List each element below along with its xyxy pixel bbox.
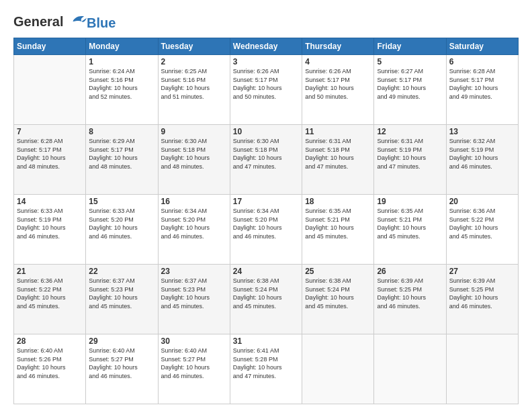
day-info: Sunrise: 6:34 AMSunset: 5:20 PMDaylight:…	[161, 207, 227, 240]
day-number: 17	[233, 197, 299, 206]
calendar-cell: 5Sunrise: 6:27 AMSunset: 5:17 PMDaylight…	[374, 55, 446, 125]
day-info: Sunrise: 6:25 AMSunset: 5:16 PMDaylight:…	[161, 67, 227, 101]
weekday-header-sunday: Sunday	[14, 38, 86, 55]
day-info: Sunrise: 6:35 AMSunset: 5:21 PMDaylight:…	[377, 207, 443, 240]
day-number: 25	[305, 267, 371, 276]
day-info: Sunrise: 6:34 AMSunset: 5:20 PMDaylight:…	[233, 207, 299, 240]
week-row-5: 28Sunrise: 6:40 AMSunset: 5:26 PMDayligh…	[14, 334, 519, 404]
day-info: Sunrise: 6:38 AMSunset: 5:24 PMDaylight:…	[305, 277, 371, 310]
calendar-cell: 14Sunrise: 6:33 AMSunset: 5:19 PMDayligh…	[14, 195, 86, 265]
weekday-header-monday: Monday	[86, 38, 158, 55]
calendar-cell: 3Sunrise: 6:26 AMSunset: 5:17 PMDaylight…	[230, 55, 302, 125]
calendar-cell	[374, 334, 446, 404]
day-number: 15	[89, 197, 154, 206]
calendar-cell: 7Sunrise: 6:28 AMSunset: 5:17 PMDaylight…	[14, 125, 86, 195]
calendar-cell: 18Sunrise: 6:35 AMSunset: 5:21 PMDayligh…	[302, 195, 374, 265]
day-number: 16	[161, 197, 227, 206]
day-info: Sunrise: 6:26 AMSunset: 5:17 PMDaylight:…	[233, 67, 299, 101]
day-number: 9	[161, 127, 227, 136]
day-info: Sunrise: 6:37 AMSunset: 5:23 PMDaylight:…	[161, 277, 227, 310]
logo: General Blue	[13, 15, 116, 31]
day-info: Sunrise: 6:37 AMSunset: 5:23 PMDaylight:…	[89, 277, 154, 310]
calendar-cell: 21Sunrise: 6:36 AMSunset: 5:22 PMDayligh…	[14, 265, 86, 334]
day-number: 3	[233, 57, 299, 66]
calendar-cell: 19Sunrise: 6:35 AMSunset: 5:21 PMDayligh…	[374, 195, 446, 265]
week-row-2: 7Sunrise: 6:28 AMSunset: 5:17 PMDaylight…	[14, 125, 519, 195]
day-info: Sunrise: 6:40 AMSunset: 5:27 PMDaylight:…	[161, 347, 227, 380]
calendar-cell: 27Sunrise: 6:39 AMSunset: 5:25 PMDayligh…	[446, 265, 518, 334]
weekday-header-row: SundayMondayTuesdayWednesdayThursdayFrid…	[14, 38, 519, 55]
week-row-4: 21Sunrise: 6:36 AMSunset: 5:22 PMDayligh…	[14, 265, 519, 334]
calendar-cell: 23Sunrise: 6:37 AMSunset: 5:23 PMDayligh…	[158, 265, 230, 334]
calendar-cell	[302, 334, 374, 404]
logo-blue: Blue	[87, 15, 116, 30]
calendar-cell: 28Sunrise: 6:40 AMSunset: 5:26 PMDayligh…	[14, 334, 86, 404]
day-info: Sunrise: 6:24 AMSunset: 5:16 PMDaylight:…	[89, 67, 154, 101]
day-info: Sunrise: 6:41 AMSunset: 5:28 PMDaylight:…	[233, 347, 299, 380]
weekday-header-friday: Friday	[374, 38, 446, 55]
calendar-cell: 9Sunrise: 6:30 AMSunset: 5:18 PMDaylight…	[158, 125, 230, 195]
page: General Blue SundayMondayTues	[0, 0, 532, 411]
calendar-cell: 20Sunrise: 6:36 AMSunset: 5:22 PMDayligh…	[446, 195, 518, 265]
logo-bird-icon	[68, 12, 87, 31]
day-info: Sunrise: 6:28 AMSunset: 5:17 PMDaylight:…	[449, 67, 515, 101]
day-number: 30	[161, 336, 227, 346]
weekday-header-saturday: Saturday	[446, 38, 518, 55]
day-info: Sunrise: 6:28 AMSunset: 5:17 PMDaylight:…	[17, 137, 83, 171]
calendar-cell: 8Sunrise: 6:29 AMSunset: 5:17 PMDaylight…	[86, 125, 158, 195]
day-number: 20	[449, 197, 515, 206]
calendar-cell: 30Sunrise: 6:40 AMSunset: 5:27 PMDayligh…	[158, 334, 230, 404]
calendar-cell: 6Sunrise: 6:28 AMSunset: 5:17 PMDaylight…	[446, 55, 518, 125]
day-info: Sunrise: 6:26 AMSunset: 5:17 PMDaylight:…	[305, 67, 371, 101]
day-info: Sunrise: 6:36 AMSunset: 5:22 PMDaylight:…	[449, 207, 515, 240]
day-info: Sunrise: 6:30 AMSunset: 5:18 PMDaylight:…	[161, 137, 227, 171]
weekday-header-wednesday: Wednesday	[230, 38, 302, 55]
day-info: Sunrise: 6:36 AMSunset: 5:22 PMDaylight:…	[17, 277, 83, 310]
day-info: Sunrise: 6:30 AMSunset: 5:18 PMDaylight:…	[233, 137, 299, 171]
day-info: Sunrise: 6:31 AMSunset: 5:19 PMDaylight:…	[377, 137, 443, 171]
calendar-cell: 22Sunrise: 6:37 AMSunset: 5:23 PMDayligh…	[86, 265, 158, 334]
calendar-cell: 31Sunrise: 6:41 AMSunset: 5:28 PMDayligh…	[230, 334, 302, 404]
calendar-cell: 10Sunrise: 6:30 AMSunset: 5:18 PMDayligh…	[230, 125, 302, 195]
calendar-cell	[446, 334, 518, 404]
day-info: Sunrise: 6:39 AMSunset: 5:25 PMDaylight:…	[449, 277, 515, 310]
calendar-cell: 26Sunrise: 6:39 AMSunset: 5:25 PMDayligh…	[374, 265, 446, 334]
day-number: 28	[17, 336, 83, 346]
day-info: Sunrise: 6:33 AMSunset: 5:20 PMDaylight:…	[89, 207, 154, 240]
day-info: Sunrise: 6:40 AMSunset: 5:27 PMDaylight:…	[89, 347, 154, 380]
day-number: 26	[377, 267, 443, 276]
day-number: 11	[305, 127, 371, 136]
day-info: Sunrise: 6:33 AMSunset: 5:19 PMDaylight:…	[17, 207, 83, 240]
day-number: 14	[17, 197, 83, 206]
day-info: Sunrise: 6:32 AMSunset: 5:19 PMDaylight:…	[449, 137, 515, 171]
day-number: 31	[233, 336, 299, 346]
day-number: 23	[161, 267, 227, 276]
calendar-cell: 15Sunrise: 6:33 AMSunset: 5:20 PMDayligh…	[86, 195, 158, 265]
calendar-cell: 12Sunrise: 6:31 AMSunset: 5:19 PMDayligh…	[374, 125, 446, 195]
calendar-table: SundayMondayTuesdayWednesdayThursdayFrid…	[13, 38, 519, 404]
calendar-cell: 29Sunrise: 6:40 AMSunset: 5:27 PMDayligh…	[86, 334, 158, 404]
week-row-1: 1Sunrise: 6:24 AMSunset: 5:16 PMDaylight…	[14, 55, 519, 125]
day-info: Sunrise: 6:38 AMSunset: 5:24 PMDaylight:…	[233, 277, 299, 310]
calendar-cell: 13Sunrise: 6:32 AMSunset: 5:19 PMDayligh…	[446, 125, 518, 195]
calendar-cell: 17Sunrise: 6:34 AMSunset: 5:20 PMDayligh…	[230, 195, 302, 265]
day-info: Sunrise: 6:35 AMSunset: 5:21 PMDaylight:…	[305, 207, 371, 240]
day-number: 2	[161, 57, 227, 66]
day-info: Sunrise: 6:29 AMSunset: 5:17 PMDaylight:…	[89, 137, 154, 171]
weekday-header-tuesday: Tuesday	[158, 38, 230, 55]
day-number: 4	[305, 57, 371, 66]
day-number: 29	[89, 336, 154, 346]
day-number: 27	[449, 267, 515, 276]
day-number: 1	[89, 57, 154, 66]
calendar-cell: 16Sunrise: 6:34 AMSunset: 5:20 PMDayligh…	[158, 195, 230, 265]
day-number: 18	[305, 197, 371, 206]
calendar-cell: 25Sunrise: 6:38 AMSunset: 5:24 PMDayligh…	[302, 265, 374, 334]
day-number: 6	[449, 57, 515, 66]
day-number: 5	[377, 57, 443, 66]
calendar-cell: 4Sunrise: 6:26 AMSunset: 5:17 PMDaylight…	[302, 55, 374, 125]
day-info: Sunrise: 6:27 AMSunset: 5:17 PMDaylight:…	[377, 67, 443, 101]
day-number: 8	[89, 127, 154, 136]
day-number: 13	[449, 127, 515, 136]
day-number: 12	[377, 127, 443, 136]
week-row-3: 14Sunrise: 6:33 AMSunset: 5:19 PMDayligh…	[14, 195, 519, 265]
